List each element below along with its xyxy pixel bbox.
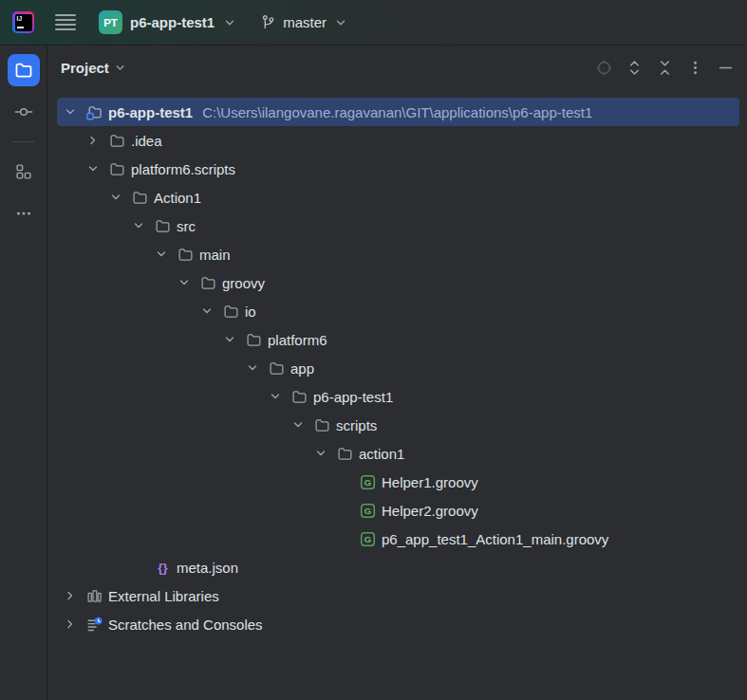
tree-item-label: .idea xyxy=(131,134,162,148)
intellij-logo-icon: IJ xyxy=(12,11,34,33)
tree-row[interactable]: src xyxy=(57,212,739,240)
tree-item-label: External Libraries xyxy=(108,589,219,603)
chevron-down-icon[interactable] xyxy=(267,389,283,404)
groovy-file-icon: G xyxy=(360,503,376,519)
tool-window-stripe xyxy=(0,46,47,700)
tree-row[interactable]: io xyxy=(57,297,739,325)
tree-row[interactable]: p6-app-test1C:\Users\ilangovane.ragavana… xyxy=(57,98,739,126)
chevron-down-icon[interactable] xyxy=(107,190,123,205)
tree-item-label: action1 xyxy=(359,447,404,461)
tree-row[interactable]: platform6.scripts xyxy=(57,155,739,183)
chevron-right-icon[interactable] xyxy=(84,133,101,148)
project-tree: p6-app-test1C:\Users\ilangovane.ragavana… xyxy=(47,89,747,700)
tree-row[interactable]: Scratches and Consoles xyxy=(57,610,739,638)
tree-row[interactable]: .idea xyxy=(57,126,739,155)
tree-row[interactable]: main xyxy=(57,240,739,268)
folder-icon xyxy=(291,389,308,405)
chevron-right-icon[interactable] xyxy=(62,617,78,632)
tree-item-label: Helper1.groovy xyxy=(382,475,478,489)
svg-text:G: G xyxy=(364,534,371,544)
tree-row[interactable]: scripts xyxy=(57,411,739,439)
collapse-all-icon xyxy=(656,59,674,77)
scratches-icon xyxy=(86,617,103,633)
main-menu-icon[interactable] xyxy=(55,14,76,30)
chevron-down-icon[interactable] xyxy=(221,332,237,347)
git-branch-icon xyxy=(260,14,276,30)
chevron-spacer xyxy=(130,560,146,575)
chevron-down-icon[interactable] xyxy=(176,275,192,290)
tree-item-label: Helper2.groovy xyxy=(382,504,478,518)
tree-row[interactable]: app xyxy=(57,354,739,382)
tree-item-label: scripts xyxy=(336,418,377,433)
branch-name: master xyxy=(283,14,327,30)
tree-row[interactable]: action1 xyxy=(57,439,739,468)
folder-icon xyxy=(132,190,148,206)
titlebar: IJ PT p6-app-test1 master xyxy=(0,0,747,46)
folder-icon xyxy=(155,218,171,234)
tree-row[interactable]: groovy xyxy=(57,268,739,297)
chevron-spacer xyxy=(335,503,351,518)
project-panel: Project p6-app-test1C:\Users\ilangovane.… xyxy=(47,46,747,700)
folder-icon xyxy=(109,161,125,177)
project-view-selector[interactable]: Project xyxy=(61,60,127,76)
tree-row[interactable]: Gp6_app_test1_Action1_main.groovy xyxy=(57,525,739,553)
expand-all-button[interactable] xyxy=(622,55,646,80)
folder-icon xyxy=(177,247,194,263)
chevron-down-icon xyxy=(222,15,237,30)
intellij-logo-text: IJ xyxy=(15,14,32,31)
chevron-down-icon[interactable] xyxy=(289,417,306,433)
minimize-icon xyxy=(717,59,735,77)
folder-icon xyxy=(223,304,239,320)
chevron-down-icon[interactable] xyxy=(312,446,328,461)
locate-opened-file-button[interactable] xyxy=(591,55,616,80)
branch-selector[interactable]: master xyxy=(260,14,348,30)
project-panel-header: Project xyxy=(47,46,747,89)
chevron-down-icon[interactable] xyxy=(62,104,78,120)
tree-row[interactable]: Action1 xyxy=(57,183,739,212)
project-folder-icon xyxy=(86,104,103,120)
json-file-icon: {} xyxy=(155,560,171,576)
tree-row[interactable]: platform6 xyxy=(57,325,739,354)
tree-item-label: p6-app-test1 xyxy=(108,105,193,120)
tool-window-button-more[interactable] xyxy=(8,197,40,230)
tree-item-label: io xyxy=(245,304,256,319)
collapse-all-button[interactable] xyxy=(652,55,677,80)
tree-item-label: Scratches and Consoles xyxy=(108,617,263,632)
stripe-divider xyxy=(13,141,34,142)
chevron-down-icon[interactable] xyxy=(130,218,146,233)
chevron-right-icon[interactable] xyxy=(62,588,78,603)
project-avatar: PT xyxy=(99,10,122,34)
more-options-button[interactable] xyxy=(682,55,707,80)
tree-item-label: Action1 xyxy=(154,191,201,205)
svg-text:{}: {} xyxy=(158,560,167,574)
chevron-down-icon[interactable] xyxy=(244,360,260,376)
chevron-down-icon xyxy=(113,61,127,75)
chevron-spacer xyxy=(335,531,351,546)
chevron-spacer xyxy=(335,474,351,489)
tree-row[interactable]: {}meta.json xyxy=(57,553,739,581)
chevron-down-icon[interactable] xyxy=(198,304,215,319)
tree-row[interactable]: p6-app-test1 xyxy=(57,382,739,411)
tool-window-button-project[interactable] xyxy=(8,54,40,86)
tree-row[interactable]: External Libraries xyxy=(57,581,739,610)
folder-icon xyxy=(200,275,216,291)
tree-row[interactable]: GHelper1.groovy xyxy=(57,468,739,496)
chevron-down-icon[interactable] xyxy=(84,161,101,176)
hide-panel-button[interactable] xyxy=(713,55,738,80)
tree-item-path: C:\Users\ilangovane.ragavanan\GIT\applic… xyxy=(202,104,592,120)
tree-item-label: src xyxy=(177,219,196,233)
tool-window-button-structure[interactable] xyxy=(8,156,40,188)
tree-item-label: meta.json xyxy=(177,561,238,575)
tool-window-button-commit[interactable] xyxy=(8,96,40,128)
groovy-file-icon: G xyxy=(360,531,376,547)
tree-item-label: platform6.scripts xyxy=(131,162,235,176)
kebab-menu-icon xyxy=(686,59,704,77)
svg-text:G: G xyxy=(364,477,371,488)
chevron-down-icon[interactable] xyxy=(153,247,169,262)
tree-row[interactable]: GHelper2.groovy xyxy=(57,496,739,525)
project-selector[interactable]: PT p6-app-test1 xyxy=(99,10,237,34)
groovy-file-icon: G xyxy=(360,474,376,490)
tree-item-label: p6-app-test1 xyxy=(313,390,393,404)
structure-tool-icon xyxy=(13,161,34,182)
panel-title: Project xyxy=(61,60,109,76)
